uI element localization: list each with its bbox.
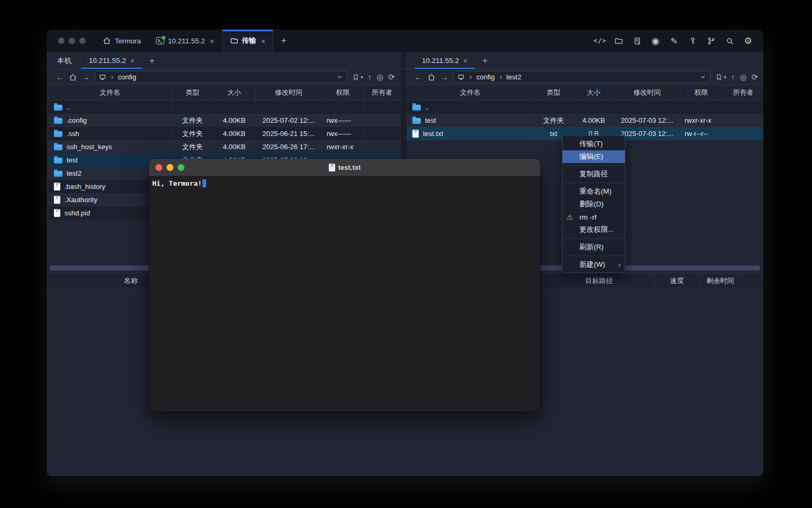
refresh-icon[interactable]: ⟳ — [751, 73, 758, 81]
file-name: test.txt — [423, 130, 443, 138]
menu-item[interactable]: 传输(T) — [562, 138, 625, 150]
column-header-speed[interactable]: 速度 — [655, 274, 699, 288]
column-header-size[interactable]: 大小 — [214, 85, 255, 100]
column-header-filename[interactable]: 文件名 — [49, 85, 172, 100]
close-tab-icon[interactable]: × — [463, 57, 467, 65]
back-icon[interactable]: ← — [414, 73, 422, 81]
editor-zoom-button[interactable] — [178, 164, 184, 171]
file-row[interactable]: .. — [407, 101, 763, 114]
home-icon[interactable] — [69, 73, 77, 81]
file-row[interactable]: test文件夹4.00KB2025-07-03 12:...rwxr-xr-x — [407, 114, 763, 127]
code-snippets-icon[interactable]: </> — [594, 35, 606, 47]
tab-termora-home[interactable]: Termora — [95, 30, 149, 52]
left-panel-tabs: 本机 10.211.55.2 × + — [49, 52, 400, 69]
tab-right-host[interactable]: 10.211.55.2 × — [413, 52, 476, 69]
minimize-window-button[interactable] — [69, 38, 75, 44]
column-header-type[interactable]: 类型 — [172, 85, 214, 100]
file-owner-cell — [364, 114, 400, 127]
bookmark-control[interactable]: ▾ — [352, 74, 363, 81]
chevron-down-icon[interactable] — [336, 74, 343, 80]
editor-text: Hi, Termora! — [152, 179, 202, 187]
settings-gear-icon[interactable]: ⚙ — [742, 35, 754, 47]
macro-record-icon[interactable]: ◉ — [650, 35, 661, 47]
file-owner-cell — [723, 114, 763, 127]
bookmark-icon — [352, 74, 359, 81]
column-header-filename[interactable]: 文件名 — [407, 85, 534, 100]
bookmark-control[interactable]: ▾ — [715, 74, 726, 81]
editor-content-area[interactable]: Hi, Termora! — [149, 176, 540, 412]
column-header-permissions[interactable]: 权限 — [680, 85, 723, 100]
forward-icon[interactable]: → — [82, 73, 90, 81]
menu-item[interactable]: 新建(W)› — [562, 258, 625, 271]
close-window-button[interactable] — [58, 38, 64, 44]
menu-item[interactable]: 重命名(M) — [562, 185, 625, 198]
menu-item[interactable]: 复制路径 — [562, 168, 625, 180]
column-header-owner[interactable]: 所有者 — [723, 85, 763, 100]
show-hidden-files-icon[interactable]: ◎ — [376, 73, 383, 81]
file-permissions-cell: rwxr-xr-x — [322, 140, 364, 153]
file-name: test — [67, 156, 78, 164]
close-tab-icon[interactable]: × — [130, 57, 134, 65]
file-row[interactable]: ssh_host_keys文件夹4.00KB2025-06-26 17:...r… — [49, 140, 400, 153]
right-new-tab-button[interactable]: + — [476, 52, 494, 69]
tab-host-10-211-55-2[interactable]: 10.211.55.2 × — [149, 30, 222, 52]
file-size-cell: 4.00KB — [214, 140, 255, 153]
parent-directory-icon[interactable]: ↑ — [368, 73, 372, 81]
editor-minimize-button[interactable] — [167, 164, 173, 171]
close-tab-icon[interactable]: × — [261, 37, 266, 46]
column-header-size[interactable]: 大小 — [574, 85, 614, 100]
editor-window-controls — [149, 164, 184, 171]
back-icon[interactable]: ← — [56, 73, 64, 81]
edit-pen-icon[interactable]: ✎ — [668, 35, 680, 47]
folder-icon[interactable] — [613, 35, 624, 47]
menu-item[interactable]: 更改权限... — [562, 223, 625, 236]
file-name: .Xauthority — [64, 196, 97, 204]
file-type-cell: 文件夹 — [172, 127, 214, 140]
column-header-target-path[interactable]: 目标路径 — [543, 274, 655, 288]
menu-item[interactable]: 刷新(R) — [562, 241, 625, 253]
event-log-icon[interactable] — [631, 35, 643, 47]
file-row[interactable]: .ssh文件夹4.00KB2025-06-21 15:...rwx------ — [49, 127, 400, 140]
tab-left-host[interactable]: 10.211.55.2 × — [80, 52, 143, 69]
editor-titlebar[interactable]: test.txt — [149, 159, 540, 176]
zoom-window-button[interactable] — [79, 38, 86, 44]
keychain-manager-icon[interactable] — [705, 35, 717, 47]
file-owner-cell — [364, 101, 400, 114]
new-window-tab-button[interactable]: + — [273, 30, 294, 52]
column-header-modified[interactable]: 修改时间 — [614, 85, 680, 100]
right-path-input[interactable]: config test2 — [453, 71, 710, 83]
submenu-arrow-icon: › — [618, 260, 621, 269]
file-owner-cell — [723, 101, 763, 114]
file-row[interactable]: .config文件夹4.00KB2025-07-02 12:...rwx----… — [49, 114, 400, 127]
forward-icon[interactable]: → — [440, 73, 448, 81]
column-header-owner[interactable]: 所有者 — [364, 85, 400, 100]
file-row[interactable]: .. — [49, 101, 400, 114]
file-size-cell — [214, 101, 255, 114]
chevron-down-icon[interactable] — [699, 74, 706, 80]
column-header-type[interactable]: 类型 — [534, 85, 574, 100]
folder-icon — [54, 118, 62, 124]
column-header-modified[interactable]: 修改时间 — [255, 85, 322, 100]
left-path-input[interactable]: config — [95, 71, 347, 83]
tabstrip-divider — [47, 69, 763, 69]
search-icon[interactable] — [724, 35, 735, 47]
menu-item[interactable]: 编辑(E) — [562, 150, 625, 163]
show-hidden-files-icon[interactable]: ◎ — [740, 73, 746, 81]
tab-transfer[interactable]: 传输 × — [222, 30, 274, 52]
tab-local-machine[interactable]: 本机 — [49, 52, 80, 69]
column-header-permissions[interactable]: 权限 — [322, 85, 364, 100]
file-owner-cell — [723, 127, 763, 140]
context-menu: 传输(T)编辑(E)复制路径重命名(M)删除(D)⚠rm -rf更改权限...刷… — [562, 135, 625, 273]
menu-item[interactable]: 删除(D) — [562, 198, 625, 211]
menu-item[interactable]: ⚠rm -rf — [562, 211, 625, 223]
close-tab-icon[interactable]: × — [210, 37, 215, 46]
editor-close-button[interactable] — [155, 164, 162, 171]
left-new-tab-button[interactable]: + — [143, 52, 161, 69]
parent-directory-icon[interactable]: ↑ — [731, 73, 735, 81]
key-icon[interactable] — [687, 35, 698, 47]
home-icon[interactable] — [427, 73, 436, 81]
breadcrumb-separator-icon — [498, 75, 503, 80]
menu-item-label: 新建(W) — [579, 260, 618, 269]
column-header-time-remaining[interactable]: 剩余时间 — [699, 274, 742, 288]
refresh-icon[interactable]: ⟳ — [388, 73, 395, 81]
